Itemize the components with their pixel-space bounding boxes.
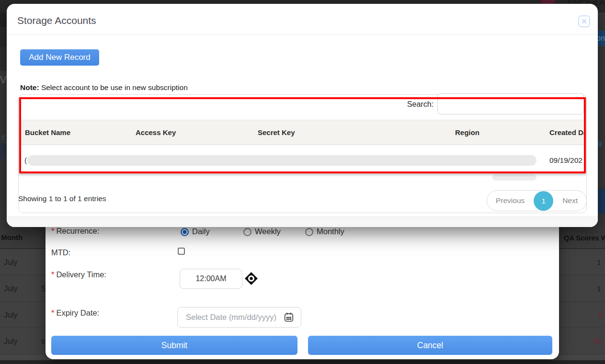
radio-weekly[interactable] (243, 228, 251, 236)
divider (7, 34, 598, 35)
search-input[interactable] (437, 93, 584, 114)
month-column-header: Month (1, 233, 23, 241)
recurrence-label: *Recurrence: (51, 227, 99, 236)
add-new-record-button[interactable]: Add New Record (20, 49, 99, 66)
bucket-name-fragment: ( (24, 156, 27, 164)
time-picker-icon[interactable] (244, 272, 258, 285)
previous-page-button[interactable]: Previous (496, 196, 525, 205)
background-fragment (0, 12, 7, 27)
note-text: Note: Select account to be use in new su… (20, 83, 188, 92)
mtd-label: MTD: (51, 248, 70, 257)
column-header-access-key[interactable]: Access Key (136, 128, 176, 136)
expiry-date-label: *Expiry Date: (51, 308, 99, 318)
redacted-row-content[interactable] (27, 155, 537, 166)
radio-weekly-label[interactable]: Weekly (255, 227, 281, 236)
column-header-region[interactable]: Region (455, 128, 479, 136)
search-label: Search: (369, 100, 434, 109)
mtd-checkbox[interactable] (178, 248, 185, 255)
current-page-button[interactable]: 1 (534, 191, 553, 211)
delivery-time-input[interactable] (180, 269, 242, 289)
month-cell: July (4, 258, 17, 267)
radio-daily-label[interactable]: Daily (192, 227, 210, 236)
table-header-row (20, 120, 585, 145)
entries-info: Showing 1 to 1 of 1 entries (18, 194, 106, 203)
calendar-icon[interactable] (284, 312, 294, 322)
created-date-cell: 09/19/202 (549, 156, 584, 166)
radio-daily[interactable] (181, 228, 189, 236)
qa-score-cell: 58 (593, 337, 601, 345)
column-header-secret-key[interactable]: Secret Key (258, 128, 295, 136)
radio-monthly[interactable] (305, 228, 313, 236)
column-header-created-date[interactable]: Created Da (549, 128, 584, 136)
qa-scores-column-header: QA Scores W (564, 234, 605, 242)
status-cell-fragment: s (41, 337, 45, 346)
required-marker: * (51, 227, 54, 235)
qa-score-cell: 1 (597, 258, 601, 266)
background-link-fragment: c (2, 133, 5, 141)
month-cell: July (4, 311, 17, 319)
pagination: Previous 1 Next (487, 190, 587, 211)
delivery-time-label: *Delivery Time: (51, 270, 106, 279)
qa-score-cell: 6 (599, 311, 603, 319)
qa-score-cell: 1 (597, 284, 601, 293)
next-page-button[interactable]: Next (562, 196, 578, 205)
expiry-date-input[interactable] (177, 307, 301, 328)
modal-title: Storage Accounts (17, 15, 96, 26)
close-icon[interactable]: ✕ (578, 15, 590, 27)
submit-button[interactable]: Submit (51, 336, 297, 355)
column-header-bucket-name[interactable]: Bucket Name (25, 128, 70, 136)
background-fragment (0, 47, 7, 71)
modal-footer (7, 216, 598, 227)
background-fragment (0, 27, 7, 47)
radio-monthly-label[interactable]: Monthly (317, 227, 344, 236)
month-cell: July (4, 284, 17, 293)
scrollbar-fragment[interactable] (492, 174, 537, 181)
background-bottom-bar (0, 360, 605, 364)
month-cell: July (4, 337, 17, 346)
cancel-button[interactable]: Cancel (308, 336, 552, 355)
